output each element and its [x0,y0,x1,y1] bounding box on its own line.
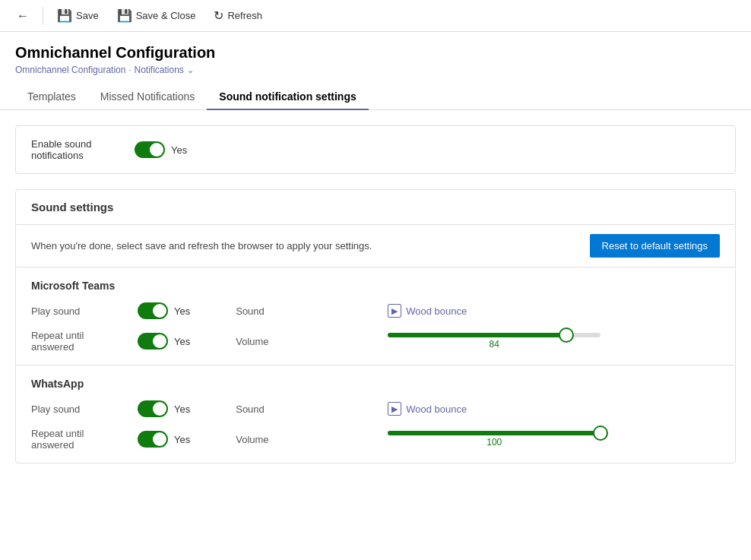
teams-play-sound-row: Play sound Yes Sound ▶ Wood bounce [31,302,720,319]
teams-volume-thumb[interactable] [559,327,574,343]
sound-settings-section: Sound settings When you're done, select … [15,189,736,464]
whatsapp-play-sound-toggle-label: Yes [174,403,190,415]
whatsapp-play-sound-toggle[interactable] [138,400,168,417]
back-button[interactable]: ← [9,5,36,27]
enable-sound-toggle-label: Yes [171,144,187,156]
whatsapp-repeat-value: Yes [138,431,190,448]
teams-repeat-value: Yes [138,333,190,350]
channel-block-whatsapp: WhatsApp Play sound Yes Sound ▶ Wood bou… [16,365,735,463]
channel-block-microsoft-teams: Microsoft Teams Play sound Yes Sound ▶ W… [16,267,735,365]
teams-volume-label: Volume [236,336,388,347]
enable-sound-card: Enable soundnotifications Yes [15,125,736,174]
save-close-icon: 💾 [117,8,132,23]
refresh-button[interactable]: ↻ Refresh [206,5,270,27]
channel-fields-whatsapp: Play sound Yes Sound ▶ Wood bounce [31,400,720,451]
page-header: Omnichannel Configuration Omnichannel Co… [0,32,751,75]
sound-settings-title: Sound settings [16,190,735,225]
whatsapp-volume-value: 100 [388,437,600,448]
teams-repeat-toggle[interactable] [138,333,168,350]
content-area: Enable soundnotifications Yes Sound sett… [0,110,751,479]
sound-settings-info-text: When you're done, select save and refres… [31,240,372,252]
teams-repeat-label: Repeat untilanswered [31,330,138,353]
breadcrumb: Omnichannel Configuration · Notification… [15,65,736,75]
enable-sound-toggle[interactable] [135,141,165,158]
whatsapp-sound-label: Sound [236,403,388,415]
toggle-knob [153,304,166,318]
save-icon: 💾 [57,8,72,23]
teams-sound-value[interactable]: ▶ Wood bounce [388,304,467,318]
teams-volume-fill [388,333,566,337]
whatsapp-volume-thumb[interactable] [593,426,608,441]
tab-templates[interactable]: Templates [15,84,88,110]
page-title: Omnichannel Configuration [15,44,736,62]
toggle-knob [153,432,166,446]
refresh-icon: ↻ [214,8,223,23]
whatsapp-repeat-label: Repeat untilanswered [31,428,138,451]
whatsapp-play-sound-row: Play sound Yes Sound ▶ Wood bounce [31,400,720,417]
teams-volume-slider-track[interactable] [388,333,600,337]
teams-play-sound-toggle[interactable] [138,302,168,319]
enable-sound-field-row: Enable soundnotifications Yes [31,138,720,161]
toggle-knob [150,143,163,157]
whatsapp-volume-label: Volume [236,434,388,445]
breadcrumb-root[interactable]: Omnichannel Configuration [15,65,125,75]
toolbar: ← 💾 Save 💾 Save & Close ↻ Refresh [0,0,751,32]
enable-sound-label: Enable soundnotifications [31,138,122,161]
channel-title-microsoft-teams: Microsoft Teams [31,280,720,292]
whatsapp-volume-slider-track[interactable] [388,431,600,435]
breadcrumb-chevron-icon: ⌄ [187,65,194,75]
teams-repeat-toggle-label: Yes [174,336,190,347]
whatsapp-volume-slider-container: 100 [388,431,600,448]
tab-sound-notification-settings[interactable]: Sound notification settings [207,84,368,110]
whatsapp-volume-fill [388,431,600,435]
toolbar-divider-1 [43,7,43,25]
toggle-knob [153,334,166,348]
whatsapp-repeat-toggle-label: Yes [174,434,190,445]
teams-repeat-row: Repeat untilanswered Yes Volume 84 [31,330,720,353]
whatsapp-play-sound-label: Play sound [31,403,138,415]
whatsapp-sound-play-icon: ▶ [388,402,401,416]
teams-play-sound-value: Yes [138,302,190,319]
teams-play-sound-label: Play sound [31,305,138,317]
save-button[interactable]: 💾 Save [49,5,106,27]
save-close-button[interactable]: 💾 Save & Close [109,5,204,27]
teams-volume-slider-container: 84 [388,333,600,350]
sound-settings-info-bar: When you're done, select save and refres… [16,225,735,267]
teams-play-sound-toggle-label: Yes [174,305,190,317]
teams-sound-label: Sound [236,305,388,317]
whatsapp-repeat-row: Repeat untilanswered Yes Volume 100 [31,428,720,451]
toggle-knob [153,402,166,416]
tab-bar: Templates Missed Notifications Sound not… [0,84,751,110]
whatsapp-play-sound-value: Yes [138,400,190,417]
whatsapp-sound-value[interactable]: ▶ Wood bounce [388,402,467,416]
channel-fields-teams: Play sound Yes Sound ▶ Wood bounce [31,302,720,353]
whatsapp-repeat-toggle[interactable] [138,431,168,448]
breadcrumb-current[interactable]: Notifications [134,65,183,75]
tab-missed-notifications[interactable]: Missed Notifications [88,84,208,110]
teams-sound-play-icon: ▶ [388,304,401,318]
back-icon: ← [17,9,29,23]
breadcrumb-separator: · [128,65,131,74]
enable-sound-toggle-group: Yes [135,141,187,158]
channel-title-whatsapp: WhatsApp [31,378,720,390]
reset-to-default-button[interactable]: Reset to default settings [590,234,720,258]
